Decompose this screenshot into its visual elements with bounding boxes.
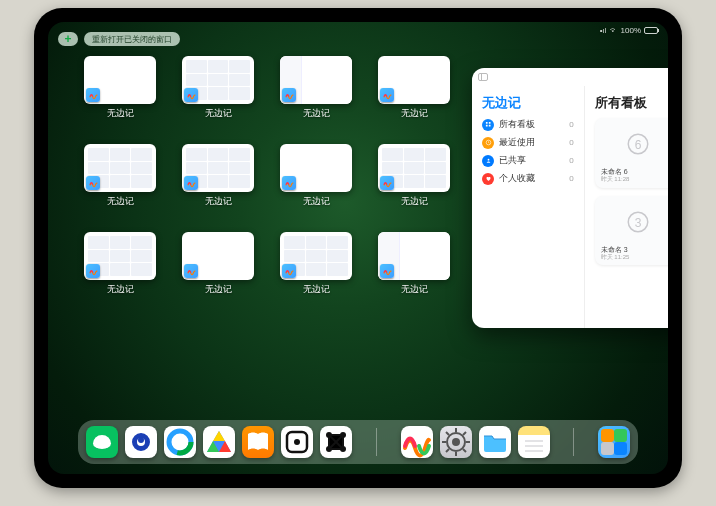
freeform-icon [184,264,198,278]
board-preview: 6 [599,122,668,166]
board-subtitle: 昨天 11:28 [601,176,668,183]
sidebar-item[interactable]: 已共享 0 [482,154,574,167]
app-thumbnail-label: 无边记 [401,195,428,208]
dock-notes-icon[interactable] [518,426,550,458]
dock-files-icon[interactable] [479,426,511,458]
dock-wechat-icon[interactable] [86,426,118,458]
sidebar-item-count: 0 [569,156,573,165]
dock-dice-icon[interactable] [281,426,313,458]
heart-icon [482,173,494,185]
app-thumbnails-grid: 无边记 无边记 无边记 无边记 无边记 无边记 无边记 无边记 无边记 无边记 … [80,56,454,418]
svg-line-28 [446,432,449,435]
svg-point-5 [487,159,489,161]
app-thumbnail-label: 无边记 [401,283,428,296]
app-thumbnail[interactable]: 无边记 [178,144,258,222]
sidebar-toggle-icon[interactable] [478,73,488,81]
freeform-icon [380,264,394,278]
dock-graph-icon[interactable] [320,426,352,458]
svg-rect-2 [485,125,487,127]
dock-separator [573,428,574,456]
freeform-icon [282,176,296,190]
board-card[interactable]: 6 未命名 6昨天 11:28 [595,118,668,188]
boards-column: 所有看板 6 未命名 6昨天 11:28 3 未命名 3昨天 11:25 [585,86,668,328]
dock-qqbrowser-icon[interactable] [164,426,196,458]
app-thumbnail-label: 无边记 [205,283,232,296]
svg-line-29 [463,449,466,452]
app-thumbnail[interactable]: 无边记 [178,56,258,134]
app-thumbnail[interactable]: 无边记 [374,144,454,222]
app-thumbnail-label: 无边记 [205,107,232,120]
dock-app-library-icon[interactable] [598,426,630,458]
dock-quark-icon[interactable] [125,426,157,458]
dock-freeform-icon[interactable] [401,426,433,458]
svg-rect-0 [485,122,487,124]
freeform-icon [86,176,100,190]
board-subtitle: 昨天 11:25 [601,254,668,261]
freeform-icon [184,88,198,102]
svg-text:6: 6 [635,138,642,152]
app-thumbnail[interactable]: 无边记 [80,56,160,134]
app-thumbnail-label: 无边记 [107,195,134,208]
board-title: 未命名 6 [601,168,668,176]
app-thumbnail-label: 无边记 [303,107,330,120]
status-bar: •ıl ᯤ 100% [600,26,658,35]
sidebar-item[interactable]: 所有看板 0 [482,118,574,131]
app-thumbnail-label: 无边记 [205,195,232,208]
freeform-window[interactable]: ••• 无边记 所有看板 0 最近使用 0 已共享 0 个人收藏 0 所有看板 … [472,68,668,328]
reopen-closed-window-button[interactable]: 重新打开已关闭的窗口 [84,32,180,46]
app-thumbnail[interactable]: 无边记 [374,56,454,134]
sidebar-item-label: 已共享 [499,154,526,167]
boards-title: 所有看板 [595,94,668,112]
app-thumbnail-label: 无边记 [107,107,134,120]
battery-label: 100% [621,26,641,35]
svg-text:3: 3 [635,215,642,229]
dock-settings-icon[interactable] [440,426,472,458]
app-thumbnail-label: 无边记 [107,283,134,296]
freeform-icon [380,176,394,190]
app-thumbnail[interactable]: 无边记 [276,144,356,222]
wifi-icon: ᯤ [610,26,618,35]
sidebar-item-count: 0 [569,138,573,147]
freeform-icon [86,264,100,278]
sidebar-title: 无边记 [482,94,574,112]
window-header: ••• [472,68,668,86]
app-thumbnail-label: 无边记 [303,195,330,208]
svg-marker-13 [213,431,225,441]
sidebar-item[interactable]: 最近使用 0 [482,136,574,149]
freeform-icon [282,264,296,278]
sidebar-list: 所有看板 0 最近使用 0 已共享 0 个人收藏 0 [482,118,574,185]
freeform-icon [86,88,100,102]
freeform-icon [184,176,198,190]
app-thumbnail[interactable]: 无边记 [80,232,160,310]
svg-line-30 [446,449,449,452]
dock-separator [376,428,377,456]
board-preview: 3 [599,200,668,244]
freeform-icon [380,88,394,102]
app-thumbnail[interactable]: 无边记 [80,144,160,222]
app-thumbnail[interactable]: 无边记 [276,232,356,310]
sidebar-item[interactable]: 个人收藏 0 [482,172,574,185]
dock-books-icon[interactable] [242,426,274,458]
app-thumbnail[interactable]: 无边记 [178,232,258,310]
svg-point-17 [294,439,300,445]
svg-rect-1 [488,122,490,124]
app-thumbnail[interactable]: 无边记 [374,232,454,310]
app-thumbnail-label: 无边记 [303,283,330,296]
sidebar-item-label: 最近使用 [499,136,535,149]
dock [78,420,638,464]
ipad-frame: •ıl ᯤ 100% + 重新打开已关闭的窗口 无边记 无边记 无边记 无边记 … [34,8,682,488]
grid-icon [482,119,494,131]
app-thumbnail[interactable]: 无边记 [276,56,356,134]
sidebar-item-label: 个人收藏 [499,172,535,185]
dock-baidu-cloud-icon[interactable] [203,426,235,458]
new-window-button[interactable]: + [58,32,78,46]
app-thumbnail-label: 无边记 [401,107,428,120]
person-icon [482,155,494,167]
battery-icon [644,27,658,34]
screen: •ıl ᯤ 100% + 重新打开已关闭的窗口 无边记 无边记 无边记 无边记 … [48,22,668,474]
clock-icon [482,137,494,149]
svg-line-31 [463,432,466,435]
board-card[interactable]: 3 未命名 3昨天 11:25 [595,196,668,266]
sidebar-item-count: 0 [569,174,573,183]
sidebar-item-label: 所有看板 [499,118,535,131]
